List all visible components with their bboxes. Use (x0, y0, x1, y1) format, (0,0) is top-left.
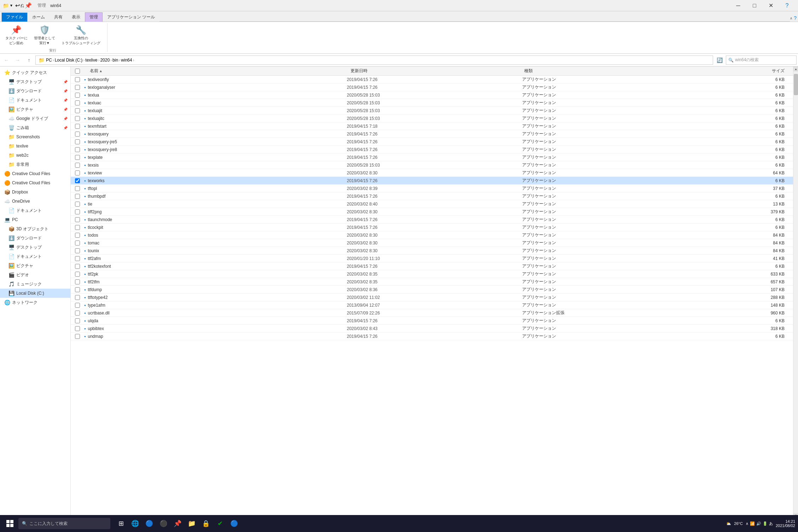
file-checkbox[interactable] (75, 77, 80, 82)
sidebar-item-onedrive-docs[interactable]: 📄 ドキュメント (0, 206, 70, 215)
file-checkbox[interactable] (75, 272, 80, 277)
maximize-button[interactable]: □ (746, 0, 763, 11)
sidebar-item-pc-pictures[interactable]: 🖼️ ピクチャ (0, 261, 70, 270)
sidebar-item-pc-documents[interactable]: 📄 ドキュメント (0, 252, 70, 261)
sidebar-item-screenshots[interactable]: 📁 Screenshots (0, 132, 70, 141)
file-row[interactable]: ▪tounix2020/03/02 8:30アプリケーション84 KB (71, 247, 793, 255)
file-row[interactable]: ▪texmfstart2019/04/15 7:18アプリケーション6 KB (71, 122, 793, 130)
sidebar-item-pc-desktop[interactable]: 🖥️ デスクトップ (0, 243, 70, 252)
file-checkbox[interactable] (75, 147, 80, 152)
file-checkbox[interactable] (75, 170, 80, 175)
taskbar-time-block[interactable]: 14:21 2021/08/02 (776, 519, 795, 528)
tab-apptools[interactable]: アプリケーション ツール (103, 12, 160, 22)
file-checkbox[interactable] (75, 318, 80, 323)
file-checkbox[interactable] (75, 233, 80, 238)
sidebar-item-3d[interactable]: 📦 3D オブジェクト (0, 224, 70, 233)
breadcrumb-pc[interactable]: PC (46, 58, 52, 63)
sidebar-item-gdrive[interactable]: ☁️ Google ドライブ 📌 (0, 114, 70, 123)
check-all[interactable] (75, 69, 80, 74)
file-row[interactable]: ▪todos2020/03/02 8:30アプリケーション84 KB (71, 231, 793, 239)
tab-file[interactable]: ファイル (1, 12, 28, 22)
sidebar-item-hijouyo[interactable]: 📁 非常用 (0, 160, 70, 169)
tab-manage[interactable]: 管理 (85, 12, 103, 22)
troubleshoot-button[interactable]: 🔧 互換性の トラブルシューティング (59, 23, 103, 47)
chrome-icon[interactable]: 🔵 (143, 517, 156, 530)
file-row[interactable]: ▪upbibtex2020/03/02 8:43アプリケーション318 KB (71, 325, 793, 332)
address-bar[interactable]: 📁 PC › Local Disk (C:) › texlive › 2020 … (35, 56, 713, 65)
file-row[interactable]: ▪type1afm2013/09/04 12:07アプリケーション148 KB (71, 301, 793, 309)
scrollbar[interactable]: ▲ ▼ (793, 66, 798, 518)
app-icon-4[interactable]: 📌 (171, 517, 184, 530)
file-checkbox[interactable] (75, 334, 80, 339)
tab-share[interactable]: 共有 (50, 12, 67, 22)
sidebar-item-documents[interactable]: 📄 ドキュメント 📌 (0, 96, 70, 105)
help-button[interactable]: ? (779, 0, 795, 11)
file-checkbox[interactable] (75, 241, 80, 245)
sidebar-item-downloads[interactable]: ⬇️ ダウンロード 📌 (0, 86, 70, 96)
sidebar-item-web2c[interactable]: 📁 web2c (0, 151, 70, 160)
file-checkbox[interactable] (75, 108, 80, 113)
file-row[interactable]: ▪ulqda2019/04/15 7:26アプリケーション6 KB (71, 317, 793, 325)
file-row[interactable]: ▪tftopl2020/03/02 8:39アプリケーション37 KB (71, 185, 793, 192)
file-row[interactable]: ▪tomac2020/03/02 8:30アプリケーション84 KB (71, 239, 793, 247)
file-checkbox[interactable] (75, 279, 80, 284)
file-row[interactable]: ▪ttfdump2020/03/02 8:36アプリケーション107 KB (71, 286, 793, 294)
scrollbar-up[interactable]: ▲ (793, 66, 798, 71)
file-row[interactable]: ▪tiff2png2020/03/02 8:30アプリケーション379 KB (71, 208, 793, 216)
file-checkbox[interactable] (75, 116, 80, 121)
app-icon-5[interactable]: 📁 (185, 517, 198, 530)
tab-view[interactable]: 表示 (67, 12, 85, 22)
refresh-button[interactable]: 🔄 (715, 55, 724, 65)
sidebar-item-pc-downloads[interactable]: ⬇️ ダウンロード (0, 233, 70, 243)
file-row[interactable]: ▪texsis2020/05/28 15:03アプリケーション6 KB (71, 161, 793, 169)
lang-icon[interactable]: あ (769, 521, 773, 526)
file-row[interactable]: ▪ttf2pk2020/03/02 8:35アプリケーション633 KB (71, 270, 793, 278)
app-icon-7[interactable]: ✔ (214, 517, 226, 530)
col-header-type[interactable]: 種類 (524, 68, 698, 74)
sidebar-item-onedrive[interactable]: ☁️ OneDrive (0, 197, 70, 206)
file-row[interactable]: ▪texosquery-jre82019/04/15 7:26アプリケーション6… (71, 146, 793, 154)
sidebar-item-pictures[interactable]: 🖼️ ピクチャ 📌 (0, 105, 70, 114)
run-as-admin-button[interactable]: 🛡️ 管理者として 実行▼ (31, 23, 58, 47)
file-checkbox[interactable] (75, 303, 80, 308)
volume-icon[interactable]: 🔊 (756, 521, 761, 526)
file-checkbox[interactable] (75, 209, 80, 214)
pin-taskbar-button[interactable]: 📌 タスク バーに ピン留め (3, 23, 30, 47)
file-row[interactable]: ▪texplate2019/04/15 7:26アプリケーション6 KB (71, 154, 793, 161)
file-row[interactable]: ▪texloganalyser2019/04/15 7:26アプリケーション6 … (71, 83, 793, 91)
tab-home[interactable]: ホーム (28, 12, 50, 22)
file-row[interactable]: ▪ttf2kotexfont2019/04/15 7:26アプリケーション6 K… (71, 262, 793, 270)
file-row[interactable]: ▪texosquery2019/04/15 7:26アプリケーション6 KB (71, 130, 793, 138)
sidebar-item-trash[interactable]: 🗑️ ごみ箱 📌 (0, 123, 70, 132)
file-row[interactable]: ▪texluajitc2020/05/28 15:03アプリケーション6 KB (71, 115, 793, 122)
file-checkbox[interactable] (75, 85, 80, 90)
breadcrumb-win64[interactable]: win64 (121, 58, 132, 63)
file-row[interactable]: ▪tlcockpit2019/04/15 7:26アプリケーション6 KB (71, 224, 793, 231)
app-icon-3[interactable]: ⚫ (157, 517, 170, 530)
file-checkbox[interactable] (75, 139, 80, 144)
file-checkbox[interactable] (75, 202, 80, 207)
sidebar-item-texlive[interactable]: 📁 texlive (0, 141, 70, 151)
file-checkbox[interactable] (75, 163, 80, 168)
taskbar-search[interactable]: 🔍 ここに入力して検索 (18, 518, 110, 529)
sys-icon-1[interactable]: ∧ (746, 521, 748, 526)
sidebar-item-pc[interactable]: 💻 PC (0, 215, 70, 224)
file-checkbox[interactable] (75, 248, 80, 253)
file-checkbox[interactable] (75, 93, 80, 98)
file-row[interactable]: ▪ttf2tfm2020/03/02 8:35アプリケーション657 KB (71, 278, 793, 286)
file-checkbox[interactable] (75, 178, 80, 183)
wifi-icon[interactable]: 📶 (750, 521, 755, 526)
battery-icon[interactable]: 🔋 (763, 521, 768, 526)
sidebar-item-local-disk[interactable]: 💾 Local Disk (C:) (0, 289, 70, 298)
file-row[interactable]: ▪ucrtbase.dll2015/07/09 22:26アプリケーション拡張9… (71, 309, 793, 317)
col-header-name[interactable]: 名前 ▲ (83, 68, 351, 74)
scrollbar-thumb[interactable] (794, 74, 798, 95)
back-button[interactable]: ← (1, 55, 11, 65)
file-row[interactable]: ▪texliveonfly2019/04/15 7:26アプリケーション6 KB (71, 76, 793, 83)
file-row[interactable]: ▪thumbpdf2019/04/15 7:26アプリケーション6 KB (71, 192, 793, 200)
file-checkbox[interactable] (75, 194, 80, 199)
start-button[interactable] (3, 516, 17, 531)
breadcrumb-c[interactable]: Local Disk (C:) (55, 58, 83, 63)
file-checkbox[interactable] (75, 100, 80, 105)
sidebar-item-cc1[interactable]: 🟠 Creative Cloud Files (0, 169, 70, 178)
